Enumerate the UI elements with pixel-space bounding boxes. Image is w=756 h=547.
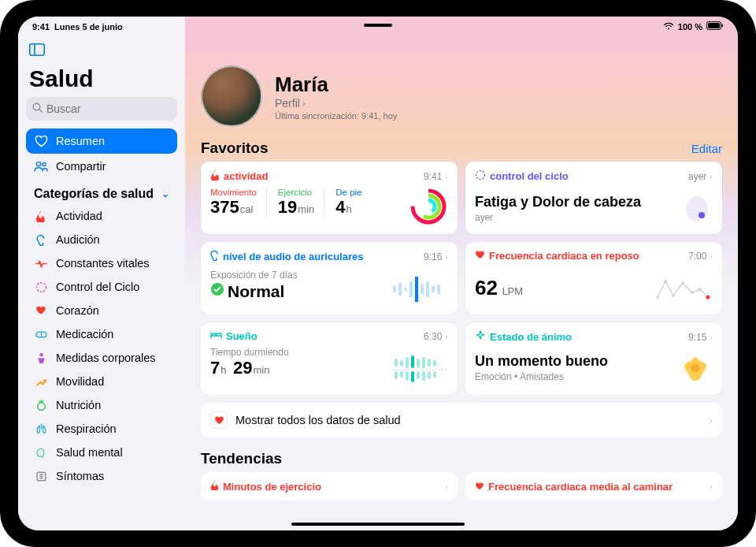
symptoms-icon [34,469,48,483]
home-indicator[interactable] [291,523,465,526]
category-item-heart[interactable]: Corazón [26,299,177,322]
cycle-icon [34,280,48,294]
card-cycle[interactable]: control del ciclo ayer› Fatiga y Dolor d… [465,162,722,234]
category-label: Audición [56,233,100,246]
svg-rect-48 [406,371,409,381]
card-mood-title: Estado de ánimo [490,331,572,343]
svg-rect-55 [428,359,431,367]
activity-rings-icon [410,188,447,225]
category-item-ear[interactable]: Audición [26,228,177,251]
svg-rect-28 [404,288,407,291]
svg-point-8 [36,162,40,166]
svg-point-24 [699,212,705,218]
category-item-flame[interactable]: Actividad [26,204,177,228]
status-date: Lunes 5 de junio [54,22,123,32]
checkmark-circle-icon [210,282,224,300]
svg-point-22 [476,171,485,180]
svg-rect-3 [30,44,44,55]
card-heart-title: Frecuencia cardiaca en reposo [489,250,639,262]
profile-name: María [275,73,397,97]
category-item-pill[interactable]: Medicación [26,322,177,346]
mental-icon [34,445,48,460]
category-label: Constantes vitales [56,257,149,270]
card-audio-title: nivel de audio de auriculares [223,251,363,262]
chevron-right-icon: › [302,99,306,108]
body-icon [34,351,48,365]
category-item-nutrition[interactable]: Nutrición [26,393,177,417]
category-item-body[interactable]: Medidas corporales [26,346,177,370]
category-item-cycle[interactable]: Control del Ciclo [26,275,177,299]
nav-share[interactable]: Compartir [26,154,177,179]
pill-icon [34,327,48,341]
heart-line-graphic [656,274,711,305]
svg-rect-54 [422,371,425,381]
audio-bars-graphic [391,274,447,305]
svg-rect-46 [400,371,403,378]
category-label: Movilidad [56,375,104,388]
category-item-vitals[interactable]: Constantes vitales [26,251,177,275]
favorites-title: Favoritos [201,140,269,157]
category-label: Control del Ciclo [56,281,139,293]
heart-fill-icon [475,481,484,493]
svg-point-38 [681,281,684,285]
sidebar: Salud Resumen Compartir [18,17,185,530]
trend-card-walking-hr[interactable]: Frecuencia cardiaca media al caminar › [465,472,722,500]
category-label: Síntomas [56,470,104,482]
category-item-lungs[interactable]: Respiración [26,417,177,441]
svg-rect-2 [722,24,724,28]
chevron-right-icon: › [710,482,713,491]
category-label: Medicación [56,328,113,340]
svg-point-39 [691,291,694,294]
people-icon [34,159,48,173]
svg-point-23 [686,196,708,221]
ear-icon [210,250,219,263]
search-input[interactable] [46,102,184,115]
sparkle-icon [475,330,486,344]
svg-rect-34 [437,285,440,294]
sidebar-toggle-button[interactable] [26,39,48,61]
edit-favorites-button[interactable]: Editar [691,142,722,155]
battery-text: 100 % [678,22,702,32]
profile-sync: Última sincronización: 9:41, hoy [275,111,397,121]
svg-rect-27 [398,283,402,296]
search-field[interactable] [26,97,177,121]
nav-summary-label: Resumen [56,135,105,147]
profile-header[interactable]: María Perfil › Última sincronización: 9:… [201,65,722,127]
bed-icon [210,330,222,342]
trend-card-exercise-minutes[interactable]: Minutos de ejercicio › [201,472,458,500]
profile-link[interactable]: Perfil › [275,97,397,110]
sleep-bars-graphic [391,354,447,385]
svg-rect-52 [417,371,420,379]
categories-header[interactable]: Categorías de salud ⌄ [26,179,177,204]
svg-point-10 [36,282,46,292]
category-item-symptoms[interactable]: Síntomas [26,464,177,488]
card-audio[interactable]: nivel de audio de auriculares 9:16› Expo… [201,242,458,314]
nav-share-label: Compartir [56,160,106,173]
category-label: Medidas corporales [56,352,156,364]
mobility-icon [34,374,48,389]
card-activity[interactable]: actividad 9:41› Movimiento 375cal Ejerci… [201,162,458,234]
category-item-mobility[interactable]: Movilidad [26,370,177,393]
card-mood[interactable]: Estado de ánimo 9:15› Un momento bueno E… [465,322,722,395]
card-sleep[interactable]: Sueño 6:30› Tiempo durmiendo 7h 29min [201,322,458,395]
svg-point-9 [43,163,46,166]
svg-line-6 [39,110,42,112]
show-all-health-data-button[interactable]: Mostrar todos los datos de salud › [201,403,722,437]
chevron-right-icon: › [445,172,448,181]
flame-icon [34,209,48,223]
status-bar: 9:41 Lunes 5 de junio 100 % [18,17,738,34]
heart-icon [34,303,48,318]
nav-summary[interactable]: Resumen [26,128,177,154]
category-label: Nutrición [56,399,101,411]
sidebar-title: Salud [29,65,174,92]
flame-icon [210,480,219,493]
avatar[interactable] [201,65,262,127]
svg-point-13 [39,353,43,356]
svg-rect-26 [393,286,396,292]
chevron-down-icon: ⌄ [161,188,169,199]
heart-outline-icon [34,134,48,148]
card-heart[interactable]: Frecuencia cardiaca en reposo 7:00› 62 L… [465,242,722,314]
nutrition-icon [34,398,48,412]
category-item-mental[interactable]: Salud mental [26,441,177,464]
svg-rect-58 [433,371,436,378]
